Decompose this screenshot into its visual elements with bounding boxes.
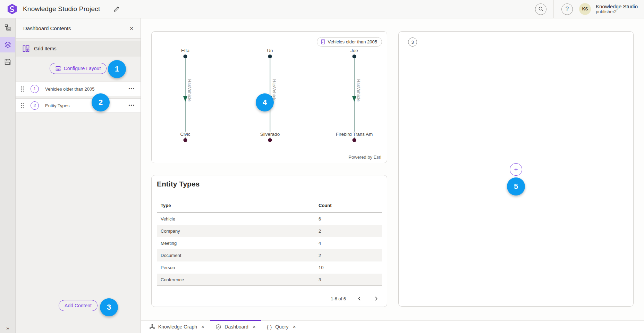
person-node[interactable] [184,55,187,58]
topbar-right-group: ? KS Knowledge Studio publisher2 [535,0,644,18]
node-label[interactable]: Etta [180,48,190,53]
person-node[interactable] [353,55,356,58]
node-label[interactable]: Silverado [259,132,281,137]
tab-query[interactable]: { } Query ✕ [261,320,302,333]
link-chart-widget: Vehicles older than 2005 Etta HasVehicle… [151,31,387,163]
item-options-icon[interactable]: ••• [128,86,135,91]
edge-arrow-icon [268,96,272,102]
cell-type: Document [157,253,319,258]
next-page-button[interactable] [373,295,379,302]
drag-handle-icon[interactable] [20,85,25,93]
rail-item-knowledge-graph[interactable] [0,20,15,35]
panel-header: Dashboard Contents ✕ [16,18,141,39]
grid-items-label: Grid Items [34,46,57,51]
cell-type: Vehicle [157,216,319,222]
user-role: publisher2 [596,9,638,15]
user-info[interactable]: Knowledge Studio publisher2 [596,3,638,15]
top-bar: Knowledge Studio Project ? KS Knowledge … [0,0,644,18]
avatar[interactable]: KS [579,3,591,15]
add-widget-button[interactable]: + [510,163,522,176]
column-header-count: Count [319,203,382,208]
cell-count: 2 [319,228,382,234]
table-row: Meeting 4 [157,237,382,249]
edge-arrow-icon [183,96,187,102]
close-tab-icon[interactable]: ✕ [293,325,296,329]
edge-label: HasVehicle [187,79,192,102]
page-title: Knowledge Studio Project [23,5,100,13]
cell-count: 6 [319,216,382,222]
configure-layout-row: Configure Layout [16,63,141,74]
node-label[interactable]: Firebird Trans Am [335,132,374,137]
table-row: Vehicle 6 [157,213,382,225]
add-content-button[interactable]: Add Content [59,300,98,311]
panel-title: Dashboard Contents [23,25,127,31]
graph-edge-joe-firebird[interactable]: Joe HasVehicle Firebird Trans Am [327,45,382,148]
table-row: Company 2 [157,225,382,237]
item-number-badge: 2 [31,101,39,110]
vehicle-node[interactable] [353,138,356,142]
hierarchy-icon [4,24,11,31]
graph-edge-uri-silverado[interactable]: Uri HasVehicle Silverado [242,45,298,148]
graph-edge-etta-civic[interactable]: Etta HasVehicle Civic [158,45,213,148]
vehicle-node[interactable] [184,138,187,142]
item-options-icon[interactable]: ••• [128,103,135,108]
close-panel-button[interactable]: ✕ [127,24,136,33]
column-header-type: Type [157,203,319,208]
link-chart-filter-chip[interactable]: Vehicles older than 2005 [317,37,382,47]
help-button[interactable]: ? [561,3,573,15]
search-icon [538,6,544,12]
node-label[interactable]: Civic [179,132,191,137]
rail-item-save[interactable] [0,54,15,69]
edge-arrow-icon [352,96,356,102]
drag-handle-icon[interactable] [20,102,25,109]
cell-count: 10 [319,265,382,270]
item-label: Entity Types [45,103,128,108]
dashboard-canvas: Vehicles older than 2005 Etta HasVehicle… [141,18,644,320]
search-button[interactable] [535,3,546,15]
layout-grid-icon [56,66,61,71]
vehicle-node[interactable] [268,138,272,142]
close-icon: ✕ [129,26,134,31]
entity-types-widget: Entity Types Type Count Vehicle 6 Compan… [151,175,387,307]
tab-knowledge-graph[interactable]: Knowledge Graph ✕ [144,320,210,333]
slot-number-badge: 3 [408,38,417,47]
add-content-row: Add Content [16,300,141,311]
cell-count: 4 [319,241,382,246]
configure-layout-label: Configure Layout [64,66,101,71]
report-icon [321,39,325,44]
table-header-row: Type Count [157,198,382,213]
pencil-icon [113,6,120,13]
list-item-vehicles[interactable]: 1 Vehicles older than 2005 ••• [16,82,141,96]
chevron-right-icon [374,296,379,301]
pagination-range: 1-6 of 6 [331,296,346,301]
node-label[interactable]: Uri [266,48,274,53]
previous-page-button[interactable] [356,295,363,302]
item-label: Vehicles older than 2005 [45,86,128,92]
edge-label: HasVehicle [356,79,361,102]
person-node[interactable] [268,55,272,58]
cell-type: Meeting [157,241,319,246]
close-tab-icon[interactable]: ✕ [201,325,204,329]
header-divider [553,0,554,18]
tab-label: Knowledge Graph [158,324,197,330]
user-name: Knowledge Studio [596,3,638,9]
node-label[interactable]: Joe [349,48,359,53]
plus-icon: + [514,166,518,173]
rail-item-dashboard-layers[interactable] [0,37,15,52]
grid-items-section: Grid Items [16,41,141,57]
cell-type: Conference [157,277,319,282]
tab-dashboard[interactable]: Dashboard ✕ [210,320,261,333]
configure-layout-button[interactable]: Configure Layout [50,63,107,74]
edit-title-button[interactable] [112,5,121,14]
item-number-badge: 1 [31,85,39,93]
widget-title: Entity Types [157,180,200,188]
dashboard-gauge-icon [215,324,221,330]
double-chevron-right-icon: » [6,325,9,331]
entity-types-table: Type Count Vehicle 6 Company 2 Meeting 4… [157,198,382,286]
expand-rail-button[interactable]: » [0,325,16,331]
list-item-entity-types[interactable]: 2 Entity Types ••• [16,98,141,113]
table-pagination: 1-6 of 6 [331,295,379,302]
app-logo-icon [7,3,17,15]
edge-label: HasVehicle [272,79,277,102]
close-tab-icon[interactable]: ✕ [253,325,256,329]
